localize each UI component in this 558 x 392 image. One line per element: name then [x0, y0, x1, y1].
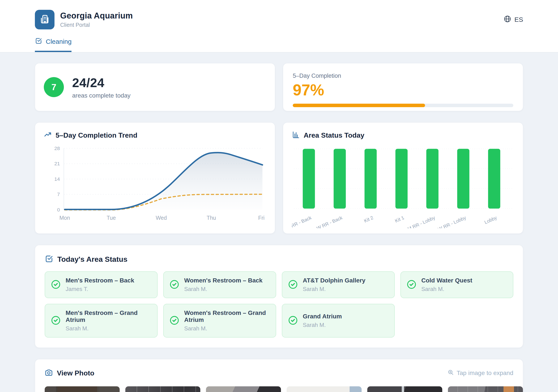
bar-chart-icon: [292, 131, 300, 140]
bar: [426, 149, 439, 208]
area-tile[interactable]: Men's Restroom – Back James T.: [45, 271, 157, 298]
y-tick: 14: [54, 176, 60, 182]
app-logo: [35, 10, 54, 29]
bar-label: Kit 2: [363, 215, 374, 224]
photo-thumbnail[interactable]: [206, 386, 281, 392]
x-label: Mon: [60, 215, 70, 221]
area-tile[interactable]: Women's Restroom – Back Sarah M.: [163, 271, 276, 298]
bar-label: M RR - Back: [292, 215, 312, 228]
area-tile[interactable]: Men's Restroom – Grand Atrium Sarah M.: [45, 304, 157, 338]
photo-thumbnail[interactable]: [125, 386, 200, 392]
camera-icon: [45, 368, 53, 378]
trend-line-chart: 0 7 14 21 28 Mon Tue Wed Thu Fri: [44, 142, 266, 228]
check-square-icon: [35, 37, 42, 46]
areas-count-badge: 7: [44, 77, 64, 97]
tab-cleaning-label: Cleaning: [46, 38, 71, 45]
photo-thumbnail[interactable]: [448, 386, 523, 392]
completion-percent: 97%: [293, 81, 513, 99]
area-name: AT&T Dolphin Gallery: [303, 277, 365, 284]
y-tick: 0: [57, 207, 60, 213]
y-tick: 28: [54, 145, 60, 151]
check-circle-icon: [407, 279, 417, 290]
area-name: Women's Restroom – Back: [184, 277, 262, 284]
area-name: Men's Restroom – Back: [66, 277, 134, 284]
check-circle-icon: [288, 315, 298, 326]
area-tile[interactable]: Women's Restroom – Grand Atrium Sarah M.: [163, 304, 276, 338]
bar-label: Lobby: [483, 215, 498, 225]
photo-thumbnail[interactable]: [45, 386, 120, 392]
area-person: Sarah M.: [421, 286, 472, 292]
area-tile[interactable]: AT&T Dolphin Gallery Sarah M.: [282, 271, 395, 298]
today-area-status-card: Today's Area Status Men's Restroom – Bac…: [35, 245, 523, 348]
bar-label: Kit 1: [394, 215, 405, 224]
tab-cleaning[interactable]: Cleaning: [35, 37, 71, 52]
area-person: Sarah M.: [66, 325, 151, 332]
main-content: 7 24/24 areas complete today 5–Day Compl…: [0, 52, 558, 392]
area-person: Sarah M.: [184, 286, 262, 292]
area-person: Sarah M.: [303, 286, 365, 292]
charts-row: 5–Day Completion Trend: [35, 122, 523, 234]
building-icon: [39, 14, 50, 26]
x-label: Fri: [258, 215, 265, 221]
bar: [334, 149, 346, 208]
zoom-in-icon: [447, 369, 454, 377]
area-name: Men's Restroom – Grand Atrium: [66, 309, 151, 324]
globe-icon: [504, 15, 511, 24]
area-name: Women's Restroom – Grand Atrium: [184, 309, 270, 324]
area-person: Sarah M.: [303, 322, 342, 328]
trend-chart-card: 5–Day Completion Trend: [35, 122, 275, 234]
area-name: Grand Atrium: [303, 313, 342, 320]
area-status-chart-title: Area Status Today: [304, 131, 365, 139]
trending-up-icon: [44, 131, 52, 140]
y-tick: 21: [54, 161, 60, 166]
area-tile-grid: Men's Restroom – Back James T. Women's R…: [45, 271, 513, 338]
view-photo-title: View Photo: [57, 369, 94, 377]
language-switcher[interactable]: ES: [504, 15, 523, 24]
completed-caption: areas complete today: [72, 92, 131, 99]
y-tick: 7: [57, 191, 60, 197]
area-status-bar-chart: M RR - Back W RR - Back Kit 2 Kit 1 M RR…: [292, 142, 514, 228]
bar-label: W RR - Lobby: [437, 215, 467, 228]
page-subtitle: Client Portal: [60, 22, 133, 28]
brand: Georgia Aquarium Client Portal: [35, 10, 133, 29]
tab-bar: Cleaning: [35, 33, 523, 52]
bar: [395, 149, 408, 208]
view-photo-card: View Photo Tap image to expand: [35, 359, 523, 392]
five-day-completion-card: 5–Day Completion 97%: [283, 63, 523, 111]
area-person: James T.: [66, 286, 134, 292]
bar: [457, 149, 470, 208]
areas-complete-card: 7 24/24 areas complete today: [35, 63, 275, 111]
summary-row: 7 24/24 areas complete today 5–Day Compl…: [35, 63, 523, 111]
language-code: ES: [514, 16, 523, 23]
check-circle-icon: [51, 315, 61, 326]
area-name: Cold Water Quest: [421, 277, 472, 284]
check-circle-icon: [51, 279, 61, 290]
today-area-status-title: Today's Area Status: [57, 255, 128, 264]
tap-to-expand-label: Tap image to expand: [457, 370, 513, 376]
trend-chart-title: 5–Day Completion Trend: [56, 131, 137, 139]
photo-thumbnail[interactable]: [287, 386, 362, 392]
top-bar: Georgia Aquarium Client Portal ES: [0, 0, 558, 52]
area-status-chart-card: Area Status Today M RR - Back W RR - Bac…: [283, 122, 523, 234]
bar-label: M RR - Lobby: [407, 215, 436, 228]
x-label: Wed: [156, 215, 167, 221]
check-circle-icon: [288, 279, 298, 290]
completed-ratio: 24/24: [72, 75, 131, 90]
bar-label: W RR - Back: [316, 215, 343, 228]
completion-progress-track: [293, 104, 513, 107]
completion-progress-fill: [293, 104, 425, 107]
bar: [488, 149, 500, 208]
bar: [365, 149, 377, 208]
area-person: Sarah M.: [184, 325, 270, 332]
tap-to-expand-hint: Tap image to expand: [447, 369, 513, 377]
x-label: Tue: [107, 215, 116, 221]
x-label: Thu: [207, 215, 216, 221]
check-square-icon: [45, 254, 53, 264]
check-circle-icon: [169, 315, 179, 326]
area-tile[interactable]: Cold Water Quest Sarah M.: [401, 271, 513, 298]
bar: [303, 149, 315, 208]
photo-thumbnail[interactable]: [367, 386, 442, 392]
photo-strip: [45, 386, 513, 392]
completion-label: 5–Day Completion: [293, 73, 513, 79]
area-tile[interactable]: Grand Atrium Sarah M.: [282, 304, 395, 338]
